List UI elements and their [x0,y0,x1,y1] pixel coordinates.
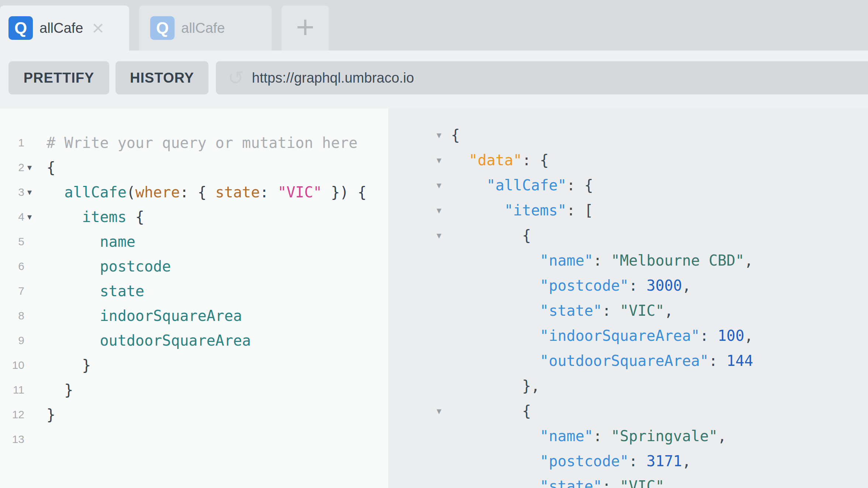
line-number: 9 [0,334,24,347]
response-token: : { [522,152,549,169]
code-line[interactable]: 3▾ allCafe(where: { state: "VIC" }) { [0,180,388,204]
collapse-down-icon[interactable]: ▾ [437,405,451,416]
prettify-button[interactable]: PRETTIFY [8,61,109,94]
response-token: "name" [540,252,593,269]
code-line[interactable]: 2▾{ [0,155,388,180]
collapse-down-icon[interactable]: ▾ [437,230,451,241]
code-token: allCafe [64,184,127,201]
code-line[interactable]: 7 state [0,278,388,303]
response-text: { [451,227,531,244]
line-number: 5 [0,235,24,248]
response-token: "name" [540,428,593,444]
code-token: where [135,184,180,201]
code-text[interactable]: items { [46,208,144,225]
fold-down-icon[interactable]: ▾ [24,162,46,173]
query-editor[interactable]: 1# Write your query or mutation here2▾{3… [0,108,388,488]
response-text: "name": "Melbourne CBD", [451,252,753,269]
response-token: { [451,402,531,419]
collapse-down-icon[interactable]: ▾ [437,180,451,191]
response-text: }, [451,377,540,394]
query-type-badge: Q [150,16,175,40]
response-token: : [593,428,611,444]
code-line[interactable]: 10 } [0,353,388,377]
response-text: "items": [ [451,202,593,219]
response-row: }, [388,373,868,398]
code-token: }) { [322,184,366,201]
history-button[interactable]: HISTORY [116,61,209,94]
code-text[interactable]: outdoorSquareArea [46,332,251,349]
code-token: name [100,233,135,250]
code-text[interactable]: { [46,159,55,176]
fold-down-icon[interactable]: ▾ [24,187,46,197]
code-text[interactable]: # Write your query or mutation here [46,134,358,151]
response-row: "name": "Melbourne CBD", [388,248,868,273]
close-icon[interactable]: × [92,18,104,38]
response-viewer: ▾{▾ "data": {▾ "allCafe": {▾ "items": [▾… [388,108,868,488]
response-text: "state": "VIC", [451,478,673,488]
code-token [46,307,100,324]
code-line[interactable]: 11 } [0,377,388,402]
response-row: ▾ "items": [ [388,198,868,223]
line-number: 13 [0,433,24,446]
response-row: ▾{ [388,122,868,148]
code-line[interactable]: 1# Write your query or mutation here [0,130,388,155]
response-token [451,202,504,219]
code-text[interactable]: name [46,233,135,250]
code-line[interactable]: 5 name [0,229,388,254]
collapse-down-icon[interactable]: ▾ [437,205,451,216]
code-text[interactable]: } [46,357,91,374]
code-text[interactable]: postcode [46,258,171,275]
line-number: 11 [0,384,24,396]
line-number: 2 [0,161,24,174]
response-token: "data" [469,152,522,169]
response-token: : { [566,177,593,194]
endpoint-url[interactable]: https://graphql.umbraco.io [252,70,414,86]
collapse-down-icon[interactable]: ▾ [437,129,451,141]
response-token: "postcode" [540,453,629,470]
code-token: } [46,381,73,398]
line-number: 3 [0,186,24,198]
response-token: 100 [717,327,744,344]
code-token: ( [127,184,135,201]
response-token: }, [451,377,540,394]
tab-allcafe-active[interactable]: Q allCafe × [0,6,129,51]
code-line[interactable]: 4▾ items { [0,204,388,229]
response-token: "postcode" [540,277,629,294]
tab-allcafe-inactive[interactable]: Q allCafe [139,6,272,51]
response-row: ▾ { [388,223,868,248]
code-text[interactable]: state [46,283,144,300]
response-token: "VIC" [620,302,664,319]
code-token [46,332,100,349]
response-token: "indoorSquareArea" [540,327,700,344]
response-token [451,302,540,319]
code-line[interactable]: 12} [0,402,388,427]
code-text[interactable]: allCafe(where: { state: "VIC" }) { [46,184,366,201]
line-number: 1 [0,136,24,149]
code-token: items [82,208,126,225]
response-token [451,428,540,444]
code-line[interactable]: 9 outdoorSquareArea [0,328,388,353]
response-text: "outdoorSquareArea": 144 [451,352,753,369]
collapse-down-icon[interactable]: ▾ [437,155,451,166]
response-token: 144 [727,352,753,369]
tab-bar: Q allCafe × Q allCafe + [0,0,868,51]
response-token [451,352,540,369]
code-token: postcode [100,258,171,275]
fold-down-icon[interactable]: ▾ [24,212,46,222]
code-text[interactable]: } [46,406,55,423]
code-text[interactable]: indoorSquareArea [46,307,242,324]
response-token: "state" [540,478,602,488]
code-line[interactable]: 8 indoorSquareArea [0,303,388,328]
endpoint-url-bar[interactable]: ↺ https://graphql.umbraco.io [216,61,868,94]
replay-icon[interactable]: ↺ [228,68,244,87]
line-number: 8 [0,309,24,322]
code-token: : { [180,184,215,201]
tab-label: allCafe [181,20,225,36]
code-line[interactable]: 6 postcode [0,254,388,278]
code-token [46,283,100,300]
code-text[interactable]: } [46,381,73,398]
new-tab-button[interactable]: + [282,6,329,51]
response-rows: ▾{▾ "data": {▾ "allCafe": {▾ "items": [▾… [388,122,868,488]
response-token: , [682,453,691,470]
code-line[interactable]: 13 [0,427,388,451]
